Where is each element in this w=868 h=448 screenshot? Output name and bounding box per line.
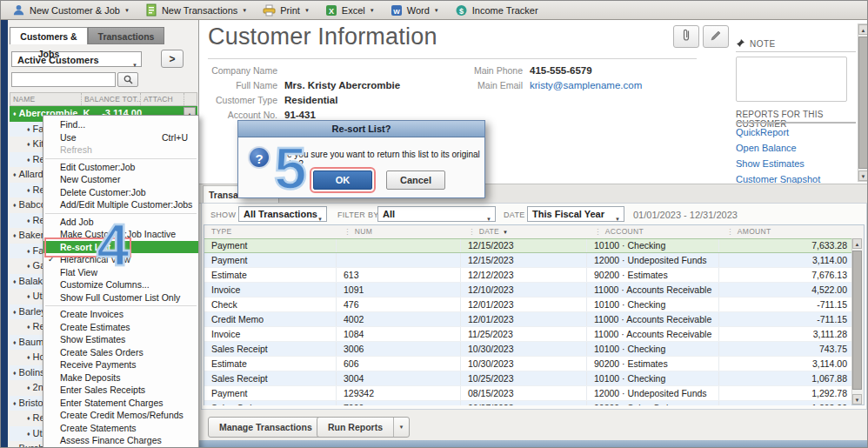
scrollbar-thumb[interactable] (858, 37, 868, 169)
column-header-account[interactable]: ⋮ACCOUNT (587, 225, 719, 238)
menu-item-customize-columns[interactable]: Customize Columns... (43, 278, 198, 291)
field-label: Company Name (208, 65, 277, 76)
show-dropdown[interactable]: All Transactions ▼ (238, 206, 327, 222)
column-header-num[interactable]: ⋮NUM (337, 225, 461, 238)
filter-dropdown[interactable]: All ▼ (377, 206, 496, 222)
cell-amount: -711.15 (719, 298, 851, 311)
menu-item-new-customer[interactable]: New Customer (43, 173, 198, 186)
column-header-name[interactable]: NAME (10, 93, 82, 105)
field-value[interactable]: kristy@samplename.com (530, 80, 642, 90)
menu-item-create-estimates[interactable]: Create Estimates (43, 321, 198, 334)
cell-num: 7000 (337, 401, 461, 405)
cell-amount: 3,114.00 (719, 357, 851, 371)
menu-item-create-statements[interactable]: Create Statements (43, 422, 198, 435)
menu-item-assess-finance-charges[interactable]: Assess Finance Charges (43, 434, 198, 447)
filter-by-label: FILTER BY (337, 211, 379, 219)
table-header[interactable]: TYPE⋮NUM⋮DATE▼⋮ACCOUNT⋮AMOUNT (204, 225, 864, 239)
menu-item-make-deposits[interactable]: Make Deposits (43, 371, 198, 384)
toolbar-item-new-customer-job[interactable]: New Customer & Job▼ (4, 2, 137, 19)
page-title: Customer Information (208, 23, 437, 50)
transaction-row[interactable]: Payment12/15/202310100 · Checking7,633.2… (204, 238, 851, 253)
toolbar-item-word[interactable]: WWord▼ (383, 2, 447, 19)
menu-item-create-sales-orders[interactable]: Create Sales Orders (43, 346, 198, 359)
menu-item-show-estimates[interactable]: Show Estimates (43, 333, 198, 346)
menu-item-enter-statement-charges[interactable]: Enter Statement Charges (43, 397, 198, 410)
menu-item-use[interactable]: UseCtrl+U (43, 131, 198, 144)
cell-type: Sales Order (204, 401, 337, 405)
menu-item-create-invoices[interactable]: Create Invoices (43, 308, 198, 321)
ok-button[interactable]: OK (313, 171, 372, 190)
transaction-row[interactable]: Estimate61312/12/202390200 · Estimates7,… (204, 268, 851, 283)
toolbar-item-print[interactable]: Print▼ (255, 2, 317, 19)
search-input[interactable] (11, 72, 116, 87)
cell-account: 90300 · Sales Orders (587, 401, 719, 405)
table-scrollbar[interactable]: ▲ ▼ (851, 238, 864, 405)
run-reports-button[interactable]: Run Reports ▼ (317, 417, 410, 438)
customer-name: Balak, (19, 276, 46, 286)
edit-button[interactable] (703, 25, 729, 48)
word-icon: W (391, 4, 403, 17)
toolbar-item-label: New Transactions (162, 5, 237, 16)
attach-button[interactable] (673, 25, 699, 48)
cell-num: 4002 (337, 312, 461, 326)
transaction-row[interactable]: Sales Receipt300410/25/202310100 · Check… (204, 371, 851, 386)
menu-item-edit-customer-job[interactable]: Edit Customer:Job (43, 161, 198, 174)
cell-date: 12/01/2023 (461, 312, 587, 326)
transaction-row[interactable]: Check47612/01/202310100 · Checking-711.1… (204, 298, 851, 312)
menu-item-refresh: Refresh (43, 144, 198, 157)
column-header-type[interactable]: TYPE (204, 225, 337, 238)
column-header-balance-tot[interactable]: BALANCE TOT... (82, 93, 141, 105)
toolbar-item-income-tracker[interactable]: $Income Tracker (447, 2, 546, 19)
note-textbox[interactable] (736, 57, 847, 102)
report-link-open-balance[interactable]: Open Balance (736, 143, 858, 158)
transaction-row[interactable]: Sales Order700006/07/202390300 · Sales O… (204, 401, 851, 405)
transaction-row[interactable]: Sales Receipt300610/30/202310100 · Check… (204, 342, 851, 357)
menu-item-delete-customer-job[interactable]: Delete Customer:Job (43, 186, 198, 199)
scroll-up-icon[interactable]: ▲ (852, 238, 862, 249)
reports-heading: REPORTS FOR THIS CUSTOMER (736, 110, 868, 129)
menu-item-show-full-customer-list-only[interactable]: Show Full Customer List Only (43, 291, 198, 304)
report-link-quickreport[interactable]: QuickReport (736, 127, 858, 143)
transaction-row[interactable]: Payment12/15/202312000 · Undeposited Fun… (204, 253, 851, 268)
menu-item-find[interactable]: Find... (43, 118, 198, 131)
chevron-down-icon: ▼ (132, 57, 137, 73)
customer-list-header[interactable]: NAMEBALANCE TOT...ATTACH (10, 92, 197, 106)
transaction-row[interactable]: Estimate60610/30/202390200 · Estimates3,… (204, 357, 851, 371)
diamond-icon: ♦ (13, 339, 17, 345)
diamond-icon: ♦ (13, 202, 17, 208)
transaction-row[interactable]: Credit Memo400212/01/202311000 · Account… (204, 312, 851, 327)
column-header-date[interactable]: ⋮DATE▼ (461, 225, 587, 238)
scroll-down-icon[interactable]: ▼ (852, 394, 862, 405)
transaction-row[interactable]: Invoice108411/25/202311000 · Accounts Re… (204, 327, 851, 342)
chevron-down-icon[interactable]: ▼ (393, 418, 409, 437)
menu-item-create-credit-memos-refunds[interactable]: Create Credit Memos/Refunds (43, 409, 198, 422)
menu-item-enter-sales-receipts[interactable]: Enter Sales Receipts (43, 384, 198, 397)
customer-context-menu: Find...UseCtrl+URefreshEdit Customer:Job… (43, 115, 199, 448)
expand-panel-button[interactable]: > (161, 50, 184, 68)
report-link-show-estimates[interactable]: Show Estimates (736, 158, 858, 174)
field-value: 415-555-6579 (530, 65, 592, 76)
cancel-button[interactable]: Cancel (386, 171, 445, 190)
menu-item-receive-payments[interactable]: Receive Payments (43, 358, 198, 371)
column-header-amount[interactable]: ⋮AMOUNT (719, 225, 864, 238)
scroll-up-icon[interactable]: ▲ (858, 24, 868, 35)
toolbar-item-new-transactions[interactable]: New Transactions▼ (137, 2, 255, 19)
main-scrollbar[interactable]: ▲ ▼ (858, 23, 868, 182)
search-button[interactable] (117, 72, 138, 87)
toolbar-item-label: New Customer & Job (30, 5, 120, 16)
transaction-row[interactable]: Invoice109112/10/202311000 · Accounts Re… (204, 283, 851, 298)
tab-customers-jobs[interactable]: Customers & Jobs (10, 27, 88, 44)
menu-item-label: Make Deposits (60, 372, 120, 383)
excel-icon: X (325, 4, 337, 17)
field-main-phone: Main Phone415-555-6579 (467, 63, 642, 77)
scroll-down-icon[interactable]: ▼ (858, 171, 868, 181)
date-dropdown[interactable]: This Fiscal Year ▼ (527, 206, 624, 222)
tab-transactions[interactable]: Transactions (88, 27, 164, 44)
toolbar-item-excel[interactable]: XExcel▼ (317, 2, 383, 19)
menu-item-add-edit-multiple-customer-jobs[interactable]: Add/Edit Multiple Customer:Jobs (43, 198, 198, 211)
transaction-row[interactable]: Payment12934208/15/202312000 · Undeposit… (204, 386, 851, 401)
column-header-attach[interactable]: ATTACH (141, 93, 184, 105)
customer-view-dropdown[interactable]: Active Customers ▼ (11, 51, 142, 67)
cell-num: 476 (337, 298, 461, 311)
scrollbar-thumb[interactable] (852, 251, 862, 390)
